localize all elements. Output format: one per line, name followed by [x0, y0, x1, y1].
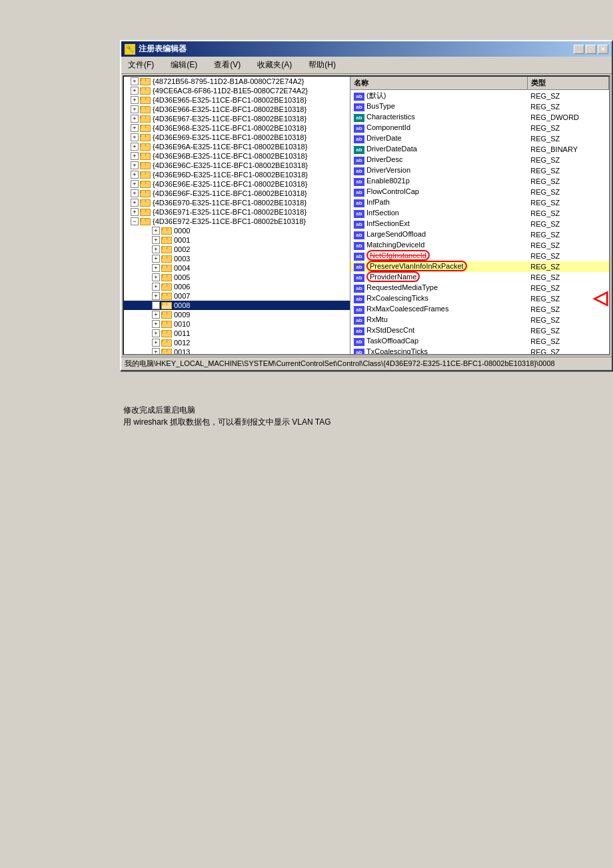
expand-icon[interactable]: + [152, 320, 160, 328]
expand-icon[interactable]: + [152, 227, 160, 235]
expand-icon[interactable]: + [152, 311, 160, 319]
table-row[interactable]: ab(默认)REG_SZ [350, 90, 609, 102]
table-row[interactable]: abComponentIdREG_SZ [350, 123, 609, 133]
minimize-button[interactable]: _ [574, 45, 584, 54]
expand-icon[interactable]: + [131, 189, 139, 197]
expand-icon[interactable]: + [152, 329, 160, 337]
tree-item[interactable]: −{4D36E972-E325-11CE-BFC1-08002bE10318} [124, 217, 350, 226]
tree-item[interactable]: +{4D36E96B-E325-11CE-BFC1-08002BE10318} [124, 151, 350, 161]
reg-icon: ab [354, 263, 364, 271]
table-row[interactable]: abFlowControlCapREG_SZ [350, 187, 609, 197]
registry-name-cell: abDriverVersion [350, 165, 527, 176]
expand-icon[interactable]: + [152, 292, 160, 300]
table-row[interactable]: abInfSectionExtREG_SZ [350, 219, 609, 229]
table-row[interactable]: abRxStdDescCntREG_SZ [350, 325, 609, 336]
table-row[interactable]: abEnable8021pREG_SZ [350, 176, 609, 187]
expand-icon[interactable]: + [131, 171, 139, 179]
expand-icon[interactable]: + [152, 236, 160, 244]
tree-item[interactable]: +{48721B56-8795-11D2-B1A8-0080C72E74A2} [124, 77, 350, 86]
table-row[interactable]: abInfSectionREG_SZ [350, 208, 609, 219]
table-row[interactable]: abRxCoalescingTicksREG_SZ [350, 293, 609, 304]
menu-favorites[interactable]: 收藏夹(A) [254, 58, 295, 72]
table-row[interactable]: abInfPathREG_SZ [350, 197, 609, 208]
reg-icon: ab [354, 221, 364, 229]
close-button[interactable]: ✕ [598, 45, 608, 54]
table-row[interactable]: abBusTypeREG_SZ [350, 101, 609, 112]
expand-icon[interactable]: + [131, 124, 139, 132]
expand-icon[interactable]: + [152, 283, 160, 291]
expand-icon[interactable]: + [131, 105, 139, 113]
table-row[interactable]: abDriverDateREG_SZ [350, 133, 609, 144]
expand-icon[interactable]: + [131, 133, 139, 141]
expand-icon[interactable]: + [131, 152, 139, 160]
table-row[interactable]: abProviderNameREG_SZ [350, 272, 609, 283]
tree-item[interactable]: +0007 [124, 291, 350, 301]
folder-icon [161, 227, 172, 235]
tree-item[interactable]: +{4D36E969-E325-11CE-BFC1-08002BE10318} [124, 133, 350, 142]
tree-item[interactable]: +0005 [124, 273, 350, 282]
tree-item[interactable]: +{4D36E96A-E325-11CE-BFC1-08002BE10318} [124, 142, 350, 151]
menu-file[interactable]: 文件(F) [125, 58, 157, 72]
expand-icon[interactable]: + [152, 245, 160, 253]
table-row[interactable]: abLargeSendOffloadREG_SZ [350, 229, 609, 240]
table-row[interactable]: abRxMtuREG_SZ [350, 315, 609, 325]
tree-item[interactable]: +{4D36E967-E325-11CE-BFC1-08002BE10318} [124, 114, 350, 123]
tree-item[interactable]: +{4D36E966-E325-11CE-BFC1-08002BE10318} [124, 105, 350, 114]
tree-item[interactable]: +0008 [124, 301, 350, 310]
expand-icon[interactable]: + [152, 273, 160, 281]
expand-icon[interactable]: + [131, 115, 139, 123]
table-row[interactable]: abMatchingDeviceIdREG_SZ [350, 240, 609, 251]
expand-icon[interactable]: + [131, 161, 139, 169]
table-row[interactable]: abDriverDescREG_SZ [350, 155, 609, 165]
tree-item[interactable]: +{4D36E970-E325-11CE-BFC1-08002BE10318} [124, 198, 350, 207]
table-row[interactable]: abNetCfgInstanceIdREG_SZ [350, 251, 609, 261]
tree-item[interactable]: +0006 [124, 282, 350, 291]
tree-item[interactable]: +{49CE6AC8-6F86-11D2-B1E5-0080C72E74A2} [124, 86, 350, 95]
tree-item[interactable]: +{4D36E965-E325-11CE-BFC1-08002BE10318} [124, 95, 350, 105]
tree-item[interactable]: +{4D36E96C-E325-11CE-BFC1-08002BE10318} [124, 161, 350, 170]
table-row[interactable]: abRequestedMediaTypeREG_SZ [350, 283, 609, 293]
menu-help[interactable]: 帮助(H) [305, 58, 339, 72]
expand-icon[interactable]: + [131, 87, 139, 95]
table-row[interactable]: abTaskOffloadCapREG_SZ [350, 336, 609, 347]
table-row[interactable]: abCharacteristicsREG_DWORD [350, 112, 609, 123]
table-row[interactable]: abTxCoalescingTicksREG_SZ [350, 347, 609, 354]
expand-icon[interactable]: + [131, 208, 139, 216]
expand-icon[interactable]: + [152, 339, 160, 347]
tree-label: 0013 [174, 348, 190, 354]
maximize-button[interactable]: □ [586, 45, 596, 54]
expand-icon[interactable]: + [152, 264, 160, 272]
menu-view[interactable]: 查看(V) [211, 58, 244, 72]
expand-icon[interactable]: − [131, 217, 139, 225]
table-row[interactable]: abDriverVersionREG_SZ [350, 165, 609, 176]
tree-item[interactable]: +{4D36E96E-E325-11CE-BFC1-08002BE10318} [124, 179, 350, 189]
table-row[interactable]: abDriverDateDataREG_BINARY [350, 144, 609, 155]
tree-item[interactable]: +{4D36E968-E325-11CE-BFC1-08002BE10318} [124, 123, 350, 133]
reg-name: InfPath [366, 198, 390, 206]
tree-item[interactable]: +0002 [124, 245, 350, 254]
menu-bar: 文件(F) 编辑(E) 查看(V) 收藏夹(A) 帮助(H) [121, 57, 612, 74]
expand-icon[interactable]: + [131, 180, 139, 188]
tree-item[interactable]: +0004 [124, 263, 350, 273]
expand-icon[interactable]: + [131, 199, 139, 207]
tree-item[interactable]: +0000 [124, 226, 350, 235]
table-row[interactable]: abPreserveVlanInfoInRxPacketREG_SZ [350, 261, 609, 272]
tree-item[interactable]: +0001 [124, 235, 350, 245]
tree-item[interactable]: +0011 [124, 329, 350, 338]
expand-icon[interactable]: + [152, 255, 160, 263]
tree-item[interactable]: +0010 [124, 319, 350, 329]
expand-icon[interactable]: + [131, 77, 139, 85]
expand-icon[interactable]: + [152, 301, 160, 309]
tree-item[interactable]: +{4D36E96D-E325-11CE-BFC1-08002BE10318} [124, 170, 350, 179]
tree-item[interactable]: +0013 [124, 347, 350, 354]
tree-item[interactable]: +{4D36E971-E325-11CE-BFC1-08002BE10318} [124, 207, 350, 217]
menu-edit[interactable]: 编辑(E) [167, 58, 201, 72]
tree-item[interactable]: +0012 [124, 338, 350, 347]
tree-item[interactable]: +0009 [124, 310, 350, 319]
expand-icon[interactable]: + [131, 96, 139, 104]
tree-item[interactable]: +0003 [124, 254, 350, 263]
table-row[interactable]: abRxMaxCoalescedFramesREG_SZ [350, 304, 609, 315]
expand-icon[interactable]: + [131, 143, 139, 151]
expand-icon[interactable]: + [152, 348, 160, 354]
tree-item[interactable]: +{4D36E96F-E325-11CE-BFC1-08002BE10318} [124, 189, 350, 198]
